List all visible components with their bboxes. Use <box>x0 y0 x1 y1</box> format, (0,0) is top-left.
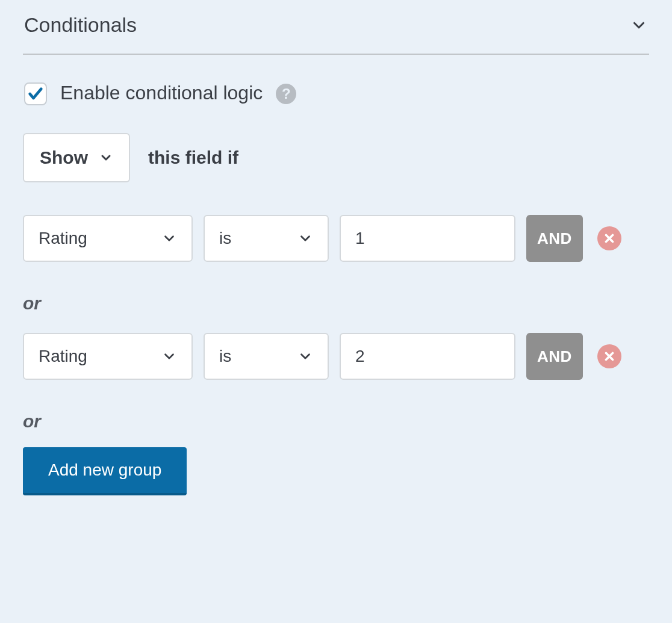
panel-title: Conditionals <box>24 13 137 37</box>
chevron-down-icon <box>297 231 313 246</box>
condition-operator-select[interactable]: is <box>204 333 329 380</box>
add-new-group-button[interactable]: Add new group <box>23 447 187 495</box>
and-button[interactable]: AND <box>526 333 583 380</box>
help-icon[interactable]: ? <box>276 84 296 104</box>
action-select[interactable]: Show <box>23 133 130 182</box>
panel-header[interactable]: Conditionals <box>23 0 649 55</box>
chevron-down-icon <box>99 150 113 165</box>
chevron-down-icon <box>161 349 177 364</box>
condition-row: Rating is 1 AND <box>23 215 649 262</box>
conditionals-panel: Conditionals Enable conditional logic ? … <box>0 0 672 513</box>
and-button[interactable]: AND <box>526 215 583 262</box>
condition-operator-value: is <box>219 347 231 366</box>
or-separator-label: or <box>23 411 649 432</box>
remove-condition-button[interactable] <box>597 226 621 250</box>
chevron-down-icon <box>297 349 313 364</box>
remove-condition-button[interactable] <box>597 344 621 368</box>
enable-conditional-logic-label: Enable conditional logic <box>60 82 263 104</box>
condition-operator-select[interactable]: is <box>204 215 329 262</box>
condition-field-value: Rating <box>39 229 87 248</box>
show-hide-action-row: Show this field if <box>23 133 649 182</box>
condition-row: Rating is 2 AND <box>23 333 649 380</box>
condition-value: 2 <box>355 347 365 366</box>
chevron-down-icon <box>161 231 177 246</box>
action-select-value: Show <box>40 147 88 168</box>
condition-field-select[interactable]: Rating <box>23 215 193 262</box>
condition-value-select[interactable]: 1 <box>340 215 515 262</box>
action-suffix-label: this field if <box>148 147 238 168</box>
enable-conditional-logic-row: Enable conditional logic ? <box>23 81 649 104</box>
condition-field-value: Rating <box>39 347 87 366</box>
condition-operator-value: is <box>219 229 231 248</box>
enable-conditional-logic-checkbox[interactable] <box>24 82 47 105</box>
or-separator-label: or <box>23 293 649 314</box>
condition-value: 1 <box>355 229 365 248</box>
condition-field-select[interactable]: Rating <box>23 333 193 380</box>
condition-value-select[interactable]: 2 <box>340 333 515 380</box>
collapse-chevron-icon[interactable] <box>630 16 648 34</box>
